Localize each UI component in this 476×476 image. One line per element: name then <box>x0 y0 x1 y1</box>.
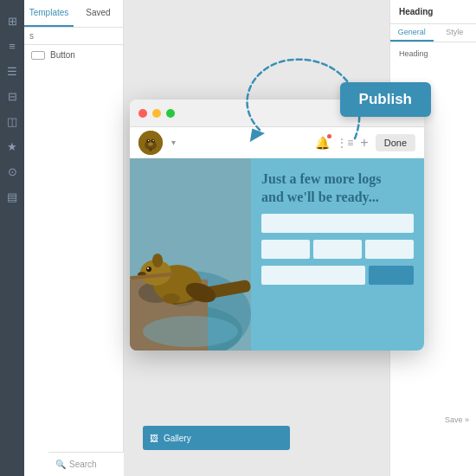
svg-point-20 <box>147 267 149 269</box>
sidebar-icons-list: ⊞ ≡ ☰ ⊟ ◫ ★ ⊙ ▤ <box>0 9 24 203</box>
panel-tabs: Templates Saved <box>24 0 123 28</box>
left-icon-sidebar: ⊞ ≡ ☰ ⊟ ◫ ★ ⊙ ▤ <box>0 0 24 476</box>
sidebar-icon-list[interactable]: ≡ <box>9 41 16 52</box>
beaver-illustration <box>130 158 251 351</box>
tab-saved[interactable]: Saved <box>74 0 123 27</box>
traffic-light-red[interactable] <box>138 109 147 118</box>
tab-style[interactable]: Style <box>434 24 477 42</box>
modal-menu-icon[interactable]: ⋮≡ <box>337 137 353 149</box>
svg-point-22 <box>152 254 163 267</box>
form-submit-row <box>261 266 414 285</box>
panel-item-label: Button <box>50 50 75 60</box>
modal-image-section <box>130 158 251 351</box>
form-field-name[interactable] <box>261 214 414 233</box>
modal-toolbar: ▾ 🔔 ⋮≡ + Done <box>130 127 424 158</box>
svg-point-25 <box>163 293 180 304</box>
sidebar-icon-star[interactable]: ★ <box>7 141 17 152</box>
modal-dropdown-chevron[interactable]: ▾ <box>171 138 176 147</box>
search-bottom-label: Search <box>69 460 97 469</box>
sidebar-icon-circle[interactable]: ⊙ <box>8 166 17 177</box>
gallery-bar: 🖼 Gallery <box>143 426 290 450</box>
svg-rect-8 <box>150 147 152 151</box>
sidebar-icon-table[interactable]: ▤ <box>7 191 17 203</box>
properties-heading: Heading <box>390 0 476 24</box>
publish-button[interactable]: Publish <box>340 82 431 117</box>
modal-content: Just a few more logsand we'll be ready..… <box>130 158 424 351</box>
properties-tabs: General Style <box>390 24 476 42</box>
modal-add-icon[interactable]: + <box>360 135 368 151</box>
form-field-email[interactable] <box>261 266 365 285</box>
done-button[interactable]: Done <box>376 134 415 151</box>
traffic-light-green[interactable] <box>166 109 175 118</box>
panel-search-bar: 🔍 <box>24 28 123 45</box>
panel-search-input[interactable] <box>29 31 139 41</box>
properties-section-label: Heading <box>390 42 476 65</box>
sidebar-icon-image[interactable]: ◫ <box>7 116 17 127</box>
form-field-col2[interactable] <box>313 240 362 259</box>
gallery-icon: 🖼 <box>150 434 158 443</box>
tab-templates[interactable]: Templates <box>24 0 74 27</box>
modal-notification-bell[interactable]: 🔔 <box>315 136 330 150</box>
form-submit-button[interactable] <box>369 266 414 285</box>
save-link[interactable]: Save » <box>445 415 469 424</box>
modal-form-section: Just a few more logsand we'll be ready..… <box>251 158 424 351</box>
modal-heading: Just a few more logsand we'll be ready..… <box>261 170 414 207</box>
svg-point-19 <box>146 267 151 272</box>
sidebar-icon-menu[interactable]: ☰ <box>7 66 17 77</box>
form-fields-row <box>261 240 414 259</box>
templates-panel: Templates Saved 🔍 Button 🔍 Search <box>24 0 124 476</box>
svg-point-26 <box>143 316 238 347</box>
gallery-label: Gallery <box>164 434 191 443</box>
form-field-col1[interactable] <box>261 240 310 259</box>
modal-logo <box>138 131 163 155</box>
notification-dot <box>327 134 331 138</box>
button-item-icon <box>31 51 45 60</box>
svg-point-7 <box>148 142 153 145</box>
svg-point-5 <box>148 139 149 140</box>
sidebar-icon-grid[interactable]: ⊞ <box>8 16 17 27</box>
modal-toolbar-right: 🔔 ⋮≡ + Done <box>315 134 415 151</box>
svg-point-6 <box>152 139 153 140</box>
traffic-light-yellow[interactable] <box>152 109 161 118</box>
form-field-col3[interactable] <box>365 240 414 259</box>
tab-general[interactable]: General <box>390 24 434 42</box>
modal-window: ▾ 🔔 ⋮≡ + Done <box>130 100 424 351</box>
panel-item-button[interactable]: Button <box>24 45 123 65</box>
sidebar-icon-layout[interactable]: ⊟ <box>8 91 17 102</box>
search-bottom-icon: 🔍 <box>55 460 66 469</box>
